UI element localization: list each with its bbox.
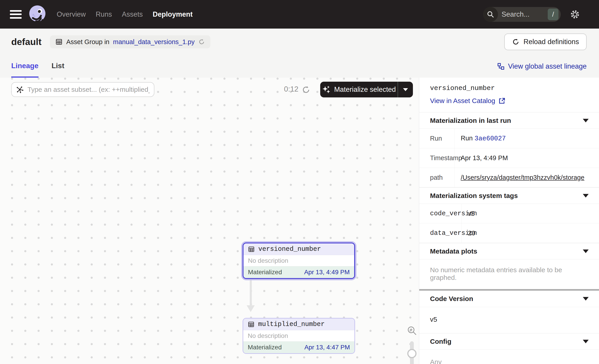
section-materialization-last-run[interactable]: Materialization in last run [419, 112, 599, 129]
reload-definitions-label: Reload definitions [524, 38, 579, 46]
lineage-graph-canvas[interactable]: 0:12 Materialize selected versione [0, 78, 419, 364]
view-global-asset-lineage-label: View global asset lineage [508, 62, 587, 70]
metadata-plots-empty-state: No numeric metadata entries available to… [419, 259, 599, 289]
sparkles-icon [322, 85, 331, 94]
refresh-icon[interactable] [198, 38, 205, 45]
asset-group-label: Asset Group in [66, 38, 109, 46]
asset-node-status: Materialized [248, 269, 282, 276]
nav-links: Overview Runs Assets Deployment [57, 10, 193, 18]
search-shortcut-badge: / [548, 9, 558, 20]
section-config[interactable]: Config [419, 333, 599, 349]
table-row: data_version 20 [419, 223, 599, 243]
chevron-down-icon [583, 250, 589, 253]
reload-definitions-button[interactable]: Reload definitions [504, 34, 587, 50]
code-version-body: v5 [419, 307, 599, 333]
section-label: Metadata plots [430, 247, 477, 255]
row-label: Timestamp [419, 148, 454, 168]
section-metadata-plots[interactable]: Metadata plots [419, 243, 599, 259]
dagster-logo-icon[interactable] [28, 5, 47, 24]
asset-node-description: No description [244, 255, 354, 266]
reload-icon [512, 38, 520, 46]
view-global-asset-lineage-link[interactable]: View global asset lineage [497, 62, 587, 70]
nav-item-runs[interactable]: Runs [96, 10, 112, 18]
search-input[interactable]: Search... / [483, 7, 561, 22]
section-code-version[interactable]: Code Version [419, 291, 599, 307]
panel-asset-title: versioned_number [430, 84, 588, 92]
chevron-down-icon [583, 297, 589, 301]
section-label: Code Version [430, 295, 473, 303]
chevron-down-icon [583, 340, 589, 343]
asset-details-panel: versioned_number View in Asset Catalog M… [419, 78, 599, 364]
table-icon [248, 321, 255, 328]
zoom-slider-handle[interactable] [407, 349, 416, 358]
asset-subset-input[interactable] [27, 86, 150, 93]
timestamp-value: Apr 13, 4:49 PM [454, 148, 599, 168]
run-id-link[interactable]: 3ae60027 [475, 135, 506, 142]
search-icon [483, 7, 498, 22]
table-row: Run Run 3ae60027 [419, 129, 599, 148]
run-value-prefix: Run [461, 135, 473, 142]
tab-list[interactable]: List [52, 55, 64, 78]
lineage-edge [250, 280, 252, 306]
search-placeholder: Search... [498, 10, 548, 18]
asset-node-multiplied-number[interactable]: multiplied_number No description Materia… [243, 318, 355, 354]
graph-filter-icon [16, 86, 24, 94]
page-header: default Asset Group in manual_data_versi… [0, 29, 599, 78]
asset-node-status: Materialized [248, 344, 282, 351]
page-title: default [11, 37, 41, 47]
materialize-options-dropdown[interactable] [398, 82, 413, 97]
lineage-edge-arrowhead [247, 305, 255, 312]
nav-item-assets[interactable]: Assets [122, 10, 143, 18]
chevron-down-icon [403, 88, 408, 91]
panel-divider [419, 289, 599, 291]
row-label: Run [419, 129, 454, 148]
path-link[interactable]: /Users/sryza/dagster/tmp3hzzvh0k/storage [461, 174, 585, 181]
table-icon [248, 246, 255, 253]
lineage-graph-icon [497, 63, 504, 70]
asset-node-name: multiplied_number [258, 321, 325, 328]
table-row: path /Users/sryza/dagster/tmp3hzzvh0k/st… [419, 168, 599, 187]
table-icon [55, 38, 62, 45]
data-version-value: 20 [461, 223, 599, 243]
top-nav: Overview Runs Assets Deployment Search..… [0, 0, 599, 29]
chevron-down-icon [583, 194, 589, 198]
view-in-asset-catalog-link[interactable]: View in Asset Catalog [430, 97, 505, 105]
refresh-timer: 0:12 [284, 85, 298, 93]
settings-gear-icon[interactable] [570, 9, 580, 20]
row-label: code_version [419, 204, 461, 223]
row-label: path [419, 168, 454, 187]
table-row: Timestamp Apr 13, 4:49 PM [419, 148, 599, 168]
section-label: Materialization in last run [430, 117, 511, 124]
chevron-down-icon [583, 119, 589, 122]
table-row: code_version v5 [419, 204, 599, 223]
asset-group-file-link[interactable]: manual_data_versions_1.py [113, 38, 195, 46]
nav-item-overview[interactable]: Overview [57, 10, 86, 18]
zoom-in-icon[interactable] [407, 326, 417, 337]
hamburger-menu-icon[interactable] [10, 10, 22, 19]
row-label: data_version [419, 223, 461, 243]
view-in-asset-catalog-label: View in Asset Catalog [430, 97, 495, 105]
code-version-value: v5 [461, 204, 599, 223]
asset-node-timestamp-link[interactable]: Apr 13, 4:47 PM [304, 344, 350, 351]
nav-item-deployment[interactable]: Deployment [153, 10, 193, 18]
asset-node-versioned-number[interactable]: versioned_number No description Material… [243, 243, 355, 279]
config-body: Any [419, 349, 599, 364]
system-tags-table: code_version v5 data_version 20 [419, 204, 599, 243]
asset-node-name: versioned_number [258, 245, 321, 253]
last-run-table: Run Run 3ae60027 Timestamp Apr 13, 4:49 … [419, 129, 599, 187]
asset-node-description: No description [243, 330, 354, 341]
graph-refresh-icon[interactable] [301, 85, 310, 95]
materialize-selected-label: Materialize selected [334, 86, 396, 94]
section-label: Materialization system tags [430, 192, 518, 199]
asset-node-timestamp-link[interactable]: Apr 13, 4:49 PM [304, 269, 350, 276]
tab-lineage[interactable]: Lineage [11, 55, 38, 78]
materialize-selected-button[interactable]: Materialize selected [320, 82, 413, 97]
external-link-icon [498, 97, 505, 104]
asset-group-pill: Asset Group in manual_data_versions_1.py [50, 35, 210, 48]
section-materialization-system-tags[interactable]: Materialization system tags [419, 187, 599, 204]
section-label: Config [430, 338, 451, 345]
asset-subset-filter[interactable] [11, 82, 154, 97]
